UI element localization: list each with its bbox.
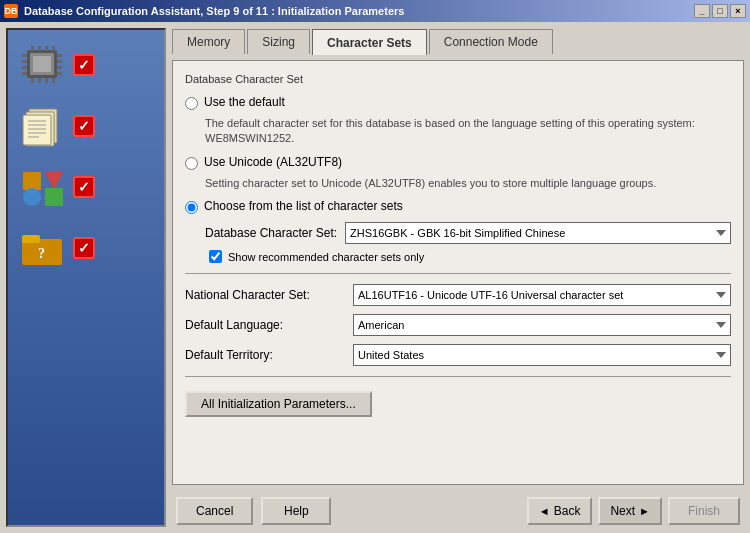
svg-rect-18 xyxy=(52,78,55,83)
svg-rect-10 xyxy=(57,72,62,75)
radio-unicode-label[interactable]: Use Unicode (AL32UTF8) xyxy=(204,155,342,169)
default-language-label: Default Language: xyxy=(185,318,345,332)
svg-rect-5 xyxy=(22,66,27,69)
show-recommended-row: Show recommended character sets only xyxy=(209,250,731,263)
next-button[interactable]: Next ► xyxy=(598,497,662,525)
tab-charsets[interactable]: Character Sets xyxy=(312,29,427,55)
finish-button[interactable]: Finish xyxy=(668,497,740,525)
radio-use-default: Use the default xyxy=(185,95,731,110)
window-title: Database Configuration Assistant, Step 9… xyxy=(24,5,404,17)
maximize-button[interactable]: □ xyxy=(712,4,728,18)
app-icon: DB xyxy=(4,4,18,18)
svg-rect-2 xyxy=(33,56,51,72)
svg-rect-13 xyxy=(45,46,48,51)
radio-use-unicode: Use Unicode (AL32UTF8) xyxy=(185,155,731,170)
db-charset-subsection: Database Character Set: ZHS16GBK - GBK 1… xyxy=(205,222,731,263)
svg-rect-11 xyxy=(31,46,34,51)
national-charset-row: National Character Set: AL16UTF16 - Unic… xyxy=(185,284,731,306)
radio-unicode-input[interactable] xyxy=(185,157,198,170)
step-3-item: ✓ xyxy=(13,162,159,211)
separator xyxy=(185,273,731,274)
tab-memory[interactable]: Memory xyxy=(172,29,245,54)
default-territory-row: Default Territory: United StatesUnited K… xyxy=(185,344,731,366)
back-button[interactable]: ◄ Back xyxy=(527,497,593,525)
next-label: Next xyxy=(610,504,635,518)
svg-rect-15 xyxy=(31,78,34,83)
docs-icon xyxy=(17,103,67,148)
back-arrow-icon: ◄ xyxy=(539,505,550,517)
tab-sizing[interactable]: Sizing xyxy=(247,29,310,54)
title-bar: DB Database Configuration Assistant, Ste… xyxy=(0,0,750,22)
step-1-item: ✓ xyxy=(13,40,159,89)
show-recommended-checkbox[interactable] xyxy=(209,250,222,263)
radio-list-label[interactable]: Choose from the list of character sets xyxy=(204,199,403,213)
svg-text:?: ? xyxy=(38,246,45,261)
svg-rect-7 xyxy=(57,54,62,57)
section-title: Database Character Set xyxy=(185,73,731,85)
step-2-check: ✓ xyxy=(73,115,95,137)
svg-rect-17 xyxy=(45,78,48,83)
bottom-bar: Cancel Help ◄ Back Next ► Finish xyxy=(172,491,744,527)
svg-rect-4 xyxy=(22,60,27,63)
help-button[interactable]: Help xyxy=(261,497,331,525)
separator-2 xyxy=(185,376,731,377)
cancel-button[interactable]: Cancel xyxy=(176,497,253,525)
step-1-check: ✓ xyxy=(73,54,95,76)
close-button[interactable]: × xyxy=(730,4,746,18)
init-params-button[interactable]: All Initialization Parameters... xyxy=(185,391,372,417)
radio-unicode-desc: Setting character set to Unicode (AL32UT… xyxy=(205,176,731,191)
main-window: ✓ ✓ ✓ xyxy=(0,22,750,533)
svg-rect-27 xyxy=(23,172,41,190)
db-charset-select[interactable]: ZHS16GBK - GBK 16-bit Simplified Chinese… xyxy=(345,222,731,244)
national-charset-select[interactable]: AL16UTF16 - Unicode UTF-16 Universal cha… xyxy=(353,284,731,306)
show-recommended-label[interactable]: Show recommended character sets only xyxy=(228,251,424,263)
bottom-left: Cancel Help xyxy=(176,497,331,525)
national-charset-label: National Character Set: xyxy=(185,288,345,302)
minimize-button[interactable]: _ xyxy=(694,4,710,18)
folder-icon: ? xyxy=(17,225,67,270)
shapes-icon xyxy=(17,164,67,209)
bottom-right: ◄ Back Next ► Finish xyxy=(527,497,740,525)
step-3-check: ✓ xyxy=(73,176,95,198)
radio-list-input[interactable] xyxy=(185,201,198,214)
svg-rect-12 xyxy=(38,46,41,51)
svg-rect-14 xyxy=(52,46,55,51)
svg-rect-32 xyxy=(22,235,40,243)
svg-rect-16 xyxy=(38,78,41,83)
svg-rect-3 xyxy=(22,54,27,57)
radio-default-desc: The default character set for this datab… xyxy=(205,116,731,147)
radio-choose-list: Choose from the list of character sets xyxy=(185,199,731,214)
svg-marker-28 xyxy=(45,172,63,190)
tab-connmode[interactable]: Connection Mode xyxy=(429,29,553,54)
default-territory-select[interactable]: United StatesUnited KingdomGermanyFrance xyxy=(353,344,731,366)
db-charset-row: Database Character Set: ZHS16GBK - GBK 1… xyxy=(205,222,731,244)
svg-rect-8 xyxy=(57,60,62,63)
step-4-item: ? ✓ xyxy=(13,223,159,272)
right-panel: Memory Sizing Character Sets Connection … xyxy=(172,28,744,527)
back-label: Back xyxy=(554,504,581,518)
svg-rect-21 xyxy=(23,115,51,145)
step-2-item: ✓ xyxy=(13,101,159,150)
default-language-row: Default Language: AmericanEnglishFrenchG… xyxy=(185,314,731,336)
next-arrow-icon: ► xyxy=(639,505,650,517)
radio-default-input[interactable] xyxy=(185,97,198,110)
db-charset-label: Database Character Set: xyxy=(205,226,337,240)
chip-icon xyxy=(17,42,67,87)
default-language-select[interactable]: AmericanEnglishFrenchGermanSpanish xyxy=(353,314,731,336)
radio-default-label[interactable]: Use the default xyxy=(204,95,285,109)
svg-point-29 xyxy=(23,188,41,206)
content-panel: Database Character Set Use the default T… xyxy=(172,60,744,485)
svg-rect-30 xyxy=(45,188,63,206)
default-territory-label: Default Territory: xyxy=(185,348,345,362)
tab-bar: Memory Sizing Character Sets Connection … xyxy=(172,28,744,54)
title-bar-buttons[interactable]: _ □ × xyxy=(694,4,746,18)
left-panel: ✓ ✓ ✓ xyxy=(6,28,166,527)
step-4-check: ✓ xyxy=(73,237,95,259)
svg-rect-9 xyxy=(57,66,62,69)
svg-rect-6 xyxy=(22,72,27,75)
